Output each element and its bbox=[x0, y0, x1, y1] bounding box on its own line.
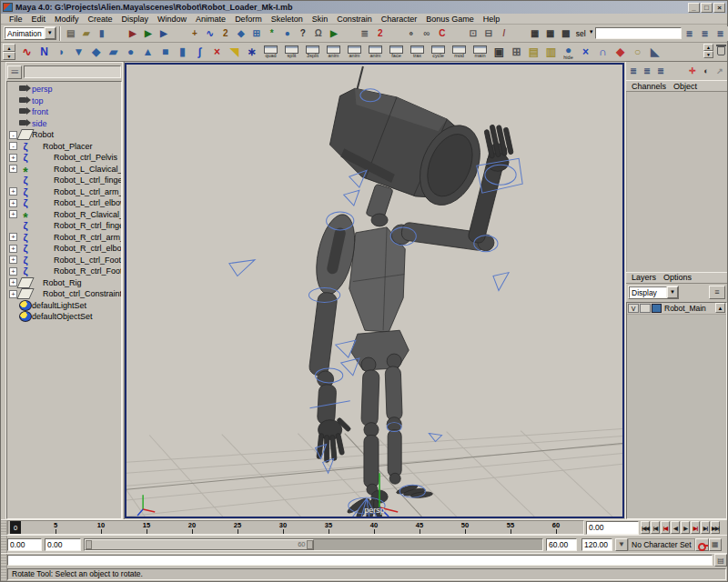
outliner-item[interactable]: side bbox=[7, 118, 121, 130]
nurbs-cone-tool[interactable]: ▲ bbox=[139, 44, 157, 60]
node-label[interactable]: defaultLightSet bbox=[32, 301, 86, 310]
shelf-tab-down-icon[interactable]: ▼ bbox=[3, 52, 15, 60]
make-live-button[interactable]: * bbox=[265, 26, 279, 41]
menu-item[interactable]: Constrain bbox=[332, 15, 377, 24]
outliner-item[interactable]: - Robot bbox=[7, 129, 121, 141]
trash-icon[interactable] bbox=[717, 46, 725, 55]
playback-range-bar[interactable]: 60 bbox=[85, 539, 314, 550]
step-forward-key-button[interactable]: ▶| bbox=[691, 521, 700, 534]
menu-item[interactable]: File bbox=[5, 15, 27, 24]
outliner-item[interactable]: + Robot_R_ctrl_Foot bbox=[7, 266, 121, 277]
node-label[interactable]: Robot_R_ctrl_arm_ik bbox=[54, 233, 122, 242]
toggle-tool-settings-button[interactable]: ≣ bbox=[698, 26, 713, 41]
animation-start-field[interactable] bbox=[7, 538, 42, 551]
node-label[interactable]: Robot_R_ctrl_elbow_i bbox=[54, 244, 122, 253]
tree-expander-icon[interactable]: + bbox=[9, 256, 17, 264]
outliner-item[interactable]: + Robot_ctrl_Pelvis bbox=[7, 152, 121, 164]
tree-expander-icon[interactable]: + bbox=[9, 290, 17, 298]
menu-item[interactable]: Display bbox=[117, 15, 154, 24]
play-backwards-button[interactable]: ◀ bbox=[671, 521, 680, 534]
menu-item[interactable]: Modify bbox=[50, 15, 84, 24]
drag-handle[interactable] bbox=[1, 567, 7, 581]
outliner-tree[interactable]: persp top front side - bbox=[6, 81, 122, 519]
chevron-down-icon[interactable]: ▼ bbox=[589, 27, 594, 39]
outliner-item[interactable]: + Robot_R_ctrl_arm_ik bbox=[7, 232, 121, 244]
current-character-label[interactable]: No Character Set bbox=[628, 538, 695, 551]
outliner-item[interactable]: + Robot_ctrl_Constraints bbox=[7, 288, 121, 300]
current-time-field[interactable] bbox=[586, 521, 639, 535]
playback-end-field[interactable] bbox=[546, 538, 577, 551]
toggle-channel-box-button[interactable]: ≣ bbox=[713, 26, 728, 41]
outliner-item[interactable]: + Robot_Rig bbox=[7, 277, 121, 289]
list-inputs-button[interactable]: ≣ bbox=[358, 26, 372, 41]
nurbs-sphere-tool[interactable]: ● bbox=[122, 44, 139, 60]
step-back-key-button[interactable]: |◀ bbox=[661, 521, 670, 534]
tree-expander-icon[interactable]: + bbox=[9, 210, 17, 218]
enter-edit-mode-button[interactable]: ⊡ bbox=[466, 26, 480, 41]
ik-spline-button[interactable]: × bbox=[577, 44, 594, 60]
graph-editor-button[interactable]: ▤ bbox=[525, 44, 542, 60]
menu-item[interactable]: Create bbox=[84, 15, 117, 24]
tree-expander-icon[interactable]: + bbox=[9, 267, 17, 276]
scroll-up-icon[interactable]: ▲ bbox=[703, 44, 713, 51]
save-scene-button[interactable]: ▮ bbox=[95, 26, 109, 41]
contrast-icon[interactable]: ◐ bbox=[700, 65, 713, 77]
range-start-handle[interactable] bbox=[86, 540, 92, 549]
grid-snap-button[interactable]: ⊞ bbox=[508, 44, 525, 60]
chain-link-button[interactable]: ∞ bbox=[420, 26, 434, 41]
layer-display-dropdown[interactable]: Display ▼ bbox=[628, 286, 679, 299]
ik-handle-tool[interactable]: × bbox=[208, 44, 226, 60]
tree-expander-icon[interactable]: + bbox=[9, 187, 17, 196]
render-current-frame-button[interactable]: ▦ bbox=[528, 26, 542, 41]
node-label[interactable]: Robot bbox=[32, 130, 54, 139]
shelf-tab-switcher[interactable]: ▲ ▼ bbox=[2, 44, 16, 60]
node-label[interactable]: Robot_ctrl_Constraints bbox=[43, 289, 122, 298]
joint-tool[interactable]: ∫ bbox=[191, 44, 208, 60]
tree-expander-icon[interactable]: + bbox=[9, 199, 17, 207]
node-label[interactable]: Robot_R_Clavical_Ba bbox=[54, 210, 122, 219]
quick-select-input[interactable] bbox=[595, 27, 682, 39]
outliner-item[interactable]: + Robot_L_Clavical_Ba bbox=[7, 164, 121, 176]
go-to-start-button[interactable]: |◀◀ bbox=[641, 521, 650, 534]
layer-mode-toggle[interactable] bbox=[640, 304, 651, 313]
node-label[interactable]: Robot_L_ctrl_arm_ik bbox=[54, 187, 122, 196]
menu-item[interactable]: Options bbox=[661, 273, 694, 282]
menu-item[interactable]: Edit bbox=[27, 15, 51, 24]
new-scene-button[interactable]: ▤ bbox=[64, 26, 78, 41]
outliner-item[interactable]: - Robot_Placer bbox=[7, 141, 121, 153]
snap-point-button[interactable]: 2 bbox=[218, 26, 233, 41]
open-scene-button[interactable]: ▰ bbox=[79, 26, 94, 41]
drag-handle[interactable] bbox=[1, 520, 7, 535]
magnet-button[interactable]: C bbox=[435, 26, 450, 41]
menu-item[interactable]: Animate bbox=[191, 15, 230, 24]
shelf-3split-button[interactable]: 3split bbox=[302, 44, 323, 60]
speed-icon[interactable]: ↗ bbox=[713, 65, 726, 77]
outliner-item[interactable]: + Robot_L_ctrl_Foot bbox=[7, 255, 121, 266]
set-key-button[interactable] bbox=[695, 538, 709, 551]
shelf-trax-button[interactable]: trax bbox=[407, 44, 428, 60]
menu-item[interactable]: Channels bbox=[629, 82, 669, 91]
snap-align-button[interactable]: ∘ bbox=[404, 26, 419, 41]
perspective-viewport[interactable]: persp bbox=[125, 63, 624, 518]
go-to-end-button[interactable]: ▶▶| bbox=[711, 521, 720, 534]
node-label[interactable]: persp bbox=[32, 85, 53, 94]
help-mode-button[interactable]: ? bbox=[296, 26, 310, 41]
snap-grid-button[interactable]: + bbox=[187, 26, 202, 41]
io-connections-button[interactable]: 2 bbox=[373, 26, 388, 41]
snap-view-plane-button[interactable]: ◆ bbox=[234, 26, 248, 41]
node-label[interactable]: Robot_L_ctrl_Foot bbox=[54, 256, 121, 265]
tree-expander-icon[interactable]: + bbox=[9, 154, 17, 162]
minimize-button[interactable]: _ bbox=[688, 3, 700, 13]
close-button[interactable]: × bbox=[713, 3, 725, 13]
lock-button[interactable]: Ω bbox=[311, 26, 326, 41]
hide-button[interactable]: ● hide bbox=[560, 44, 577, 60]
play-forwards-button[interactable]: ▶ bbox=[681, 521, 690, 534]
range-end-handle[interactable] bbox=[307, 540, 313, 549]
layer-color-swatch[interactable] bbox=[652, 304, 662, 313]
extrude-tool[interactable]: ▼ bbox=[70, 44, 87, 60]
create-layer-icon[interactable]: ≡ bbox=[709, 286, 725, 299]
scroll-down-icon[interactable]: ▼ bbox=[703, 51, 713, 58]
menu-item[interactable]: Object bbox=[671, 82, 700, 91]
snap-surface-button[interactable]: ⊞ bbox=[249, 26, 264, 41]
channel-layout-icon[interactable]: ≣ bbox=[641, 65, 653, 77]
